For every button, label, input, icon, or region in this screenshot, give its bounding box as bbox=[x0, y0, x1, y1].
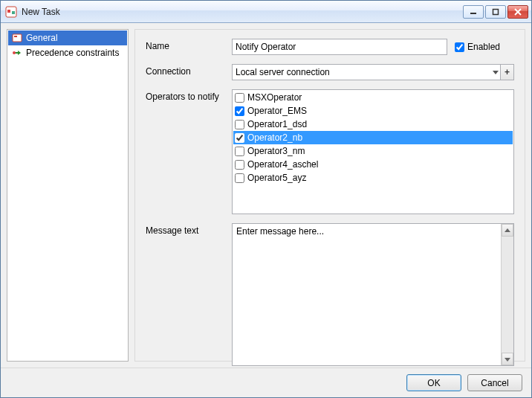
operator-checkbox[interactable] bbox=[235, 173, 244, 183]
operators-listbox[interactable]: MSXOperatorOperator_EMSOperator1_dsdOper… bbox=[232, 89, 514, 214]
operator-label: Operator5_ayz bbox=[247, 173, 306, 183]
dialog-window: New Task General bbox=[0, 0, 532, 398]
close-button[interactable] bbox=[507, 5, 528, 19]
operator-label: Operator1_dsd bbox=[247, 119, 307, 129]
operator-item[interactable]: Operator2_nb bbox=[233, 131, 513, 144]
connection-row: Local server connection + bbox=[232, 64, 514, 80]
operator-label: Operator4_aschel bbox=[247, 159, 318, 170]
operator-item[interactable]: Operator3_nm bbox=[233, 144, 513, 158]
connection-combo[interactable]: Local server connection bbox=[232, 64, 501, 80]
window-title: New Task bbox=[22, 7, 463, 17]
sidebar-item-label: Precedence constraints bbox=[26, 48, 119, 58]
general-icon bbox=[11, 32, 23, 44]
cancel-button[interactable]: Cancel bbox=[467, 374, 522, 391]
app-icon bbox=[5, 6, 17, 18]
operator-checkbox[interactable] bbox=[235, 106, 244, 116]
message-textarea[interactable] bbox=[233, 224, 501, 365]
sidebar-item-general[interactable]: General bbox=[8, 31, 127, 45]
svg-rect-2 bbox=[493, 9, 499, 14]
scrollbar[interactable] bbox=[501, 224, 513, 365]
message-label: Message text bbox=[146, 223, 226, 366]
titlebar: New Task bbox=[1, 1, 531, 23]
connection-value: Local server connection bbox=[236, 67, 330, 77]
operator-label: Operator3_nm bbox=[247, 146, 305, 156]
main-panel: Name Enabled Connection Local server con… bbox=[134, 29, 525, 362]
sidebar-item-label: General bbox=[26, 33, 58, 43]
dialog-body: General Precedence constraints Name bbox=[1, 23, 531, 367]
ok-button[interactable]: OK bbox=[406, 374, 461, 391]
operator-item[interactable]: MSXOperator bbox=[233, 91, 513, 104]
operator-checkbox[interactable] bbox=[235, 120, 244, 129]
enabled-label: Enabled bbox=[467, 42, 500, 52]
name-input[interactable] bbox=[232, 39, 447, 55]
enabled-checkbox-input[interactable] bbox=[455, 42, 464, 52]
maximize-button[interactable] bbox=[485, 5, 506, 19]
operator-item[interactable]: Operator4_aschel bbox=[233, 158, 513, 171]
operator-label: MSXOperator bbox=[247, 92, 302, 103]
operator-item[interactable]: Operator_EMS bbox=[233, 104, 513, 118]
operator-checkbox[interactable] bbox=[235, 147, 244, 156]
operator-label: Operator2_nb bbox=[247, 132, 302, 143]
connection-label: Connection bbox=[146, 64, 226, 80]
footer: OK Cancel bbox=[1, 367, 531, 397]
svg-rect-6 bbox=[14, 36, 17, 37]
operators-label: Operators to notify bbox=[146, 89, 226, 214]
svg-rect-5 bbox=[13, 34, 22, 42]
operator-checkbox[interactable] bbox=[235, 133, 244, 143]
chevron-down-icon bbox=[493, 67, 499, 77]
name-label: Name bbox=[146, 39, 226, 55]
minimize-button[interactable] bbox=[463, 5, 484, 19]
scroll-up-icon[interactable] bbox=[502, 224, 513, 237]
name-row: Enabled bbox=[232, 39, 514, 55]
message-textarea-container bbox=[232, 223, 514, 366]
operator-label: Operator_EMS bbox=[247, 106, 307, 116]
add-connection-button[interactable]: + bbox=[501, 64, 514, 80]
operator-checkbox[interactable] bbox=[235, 93, 244, 103]
operator-item[interactable]: Operator1_dsd bbox=[233, 118, 513, 131]
enabled-checkbox[interactable]: Enabled bbox=[455, 42, 500, 52]
operator-item[interactable]: Operator5_ayz bbox=[233, 171, 513, 184]
scroll-down-icon[interactable] bbox=[502, 353, 513, 365]
svg-point-7 bbox=[13, 51, 16, 54]
precedence-icon bbox=[11, 47, 23, 59]
operator-checkbox[interactable] bbox=[235, 160, 244, 170]
window-buttons bbox=[463, 5, 528, 19]
sidebar: General Precedence constraints bbox=[7, 29, 129, 362]
sidebar-item-precedence[interactable]: Precedence constraints bbox=[8, 45, 127, 60]
